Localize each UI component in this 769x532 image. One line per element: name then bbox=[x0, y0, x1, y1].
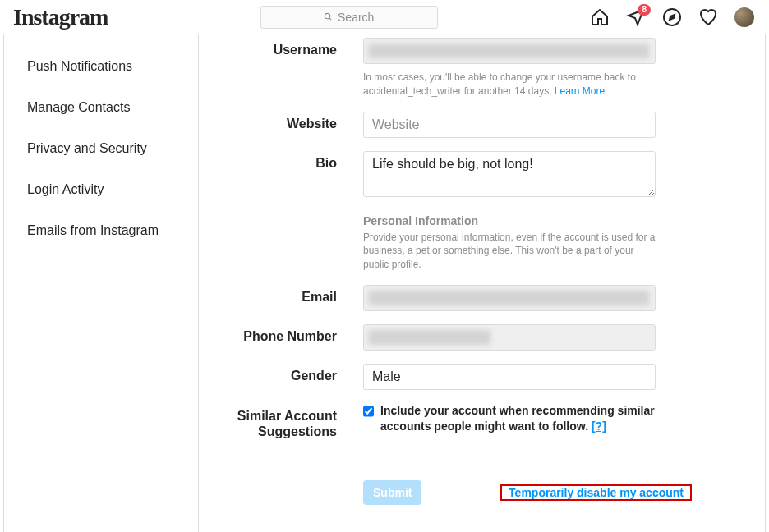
email-field[interactable] bbox=[363, 285, 656, 311]
email-label: Email bbox=[225, 285, 363, 305]
similar-accounts-checkbox[interactable] bbox=[363, 406, 374, 417]
top-nav: Instagram Search 8 bbox=[0, 0, 769, 34]
learn-more-link[interactable]: Learn More bbox=[555, 85, 605, 97]
phone-field[interactable] bbox=[363, 324, 656, 351]
search-input[interactable]: Search bbox=[260, 6, 438, 29]
explore-icon[interactable] bbox=[662, 7, 682, 27]
similar-help-link[interactable]: [?] bbox=[592, 420, 606, 433]
avatar[interactable] bbox=[734, 7, 754, 27]
search-icon bbox=[324, 12, 333, 21]
username-help: In most cases, you'll be able to change … bbox=[363, 71, 656, 99]
username-label: Username bbox=[225, 38, 363, 57]
gender-label: Gender bbox=[225, 364, 363, 383]
submit-button[interactable]: Submit bbox=[363, 480, 421, 505]
settings-sidebar: Push Notifications Manage Contacts Priva… bbox=[3, 34, 199, 532]
activity-icon[interactable] bbox=[698, 7, 718, 27]
website-label: Website bbox=[225, 112, 363, 131]
sidebar-item-privacy-security[interactable]: Privacy and Security bbox=[4, 128, 198, 169]
bio-label: Bio bbox=[225, 151, 363, 171]
similar-label-line1: Similar Account bbox=[237, 409, 337, 423]
similar-checkbox-text: Include your account when recommending s… bbox=[380, 404, 655, 433]
topbar-center: Search bbox=[108, 6, 590, 29]
main-area: Push Notifications Manage Contacts Priva… bbox=[0, 34, 769, 532]
personal-info-heading: Personal Information bbox=[363, 214, 656, 227]
phone-label: Phone Number bbox=[225, 324, 363, 344]
username-field[interactable] bbox=[363, 38, 656, 64]
personal-info-description: Provide your personal information, even … bbox=[363, 231, 656, 272]
home-icon[interactable] bbox=[590, 7, 610, 27]
search-placeholder: Search bbox=[338, 11, 374, 24]
website-field[interactable] bbox=[363, 112, 656, 138]
similar-label-line2: Suggestions bbox=[258, 424, 337, 438]
svg-marker-3 bbox=[670, 15, 675, 20]
gender-field[interactable] bbox=[363, 364, 656, 390]
sidebar-item-emails-from-instagram[interactable]: Emails from Instagram bbox=[4, 210, 198, 251]
sidebar-item-manage-contacts[interactable]: Manage Contacts bbox=[4, 87, 198, 128]
annotation-highlight: Temporarily disable my account bbox=[500, 484, 692, 501]
messages-icon[interactable]: 8 bbox=[626, 7, 646, 27]
edit-profile-form: Username In most cases, you'll be able t… bbox=[199, 34, 766, 532]
sidebar-item-push-notifications[interactable]: Push Notifications bbox=[4, 46, 198, 87]
topbar-actions: 8 bbox=[590, 7, 754, 27]
temporarily-disable-link[interactable]: Temporarily disable my account bbox=[502, 478, 690, 507]
similar-label: Similar Account Suggestions bbox=[225, 403, 363, 439]
messages-badge: 8 bbox=[638, 4, 651, 16]
instagram-logo[interactable]: Instagram bbox=[13, 4, 108, 30]
sidebar-item-login-activity[interactable]: Login Activity bbox=[4, 169, 198, 210]
svg-line-1 bbox=[329, 18, 331, 20]
bio-field[interactable] bbox=[363, 151, 656, 197]
similar-accounts-label: Include your account when recommending s… bbox=[380, 403, 656, 434]
svg-point-0 bbox=[325, 13, 329, 18]
